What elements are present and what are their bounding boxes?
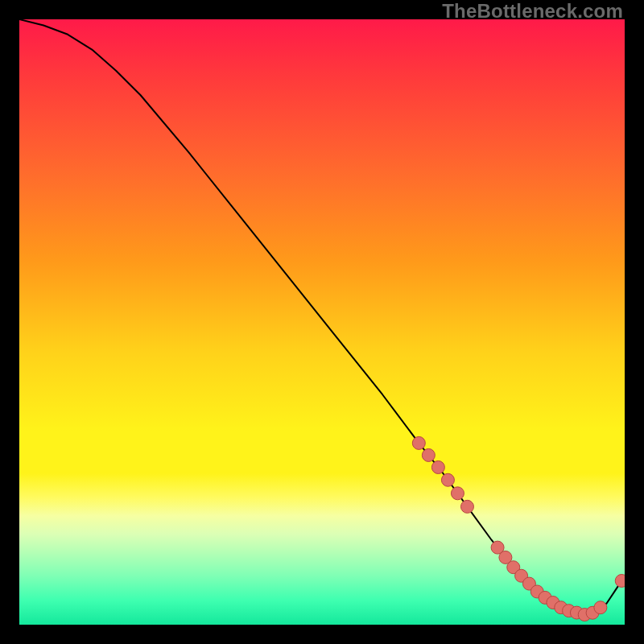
highlight-marker — [412, 436, 425, 449]
chart-svg — [19, 19, 625, 625]
highlight-marker — [460, 500, 473, 513]
highlight-marker — [594, 601, 607, 614]
highlight-marker — [451, 487, 464, 500]
highlight-marker — [441, 473, 454, 486]
highlight-marker — [431, 460, 444, 473]
chart-container: TheBottleneck.com — [0, 0, 644, 644]
highlight-marker — [615, 574, 625, 587]
highlight-markers — [412, 436, 625, 621]
curve-line — [19, 19, 625, 616]
highlight-marker — [422, 448, 435, 461]
plot-area — [19, 19, 625, 625]
